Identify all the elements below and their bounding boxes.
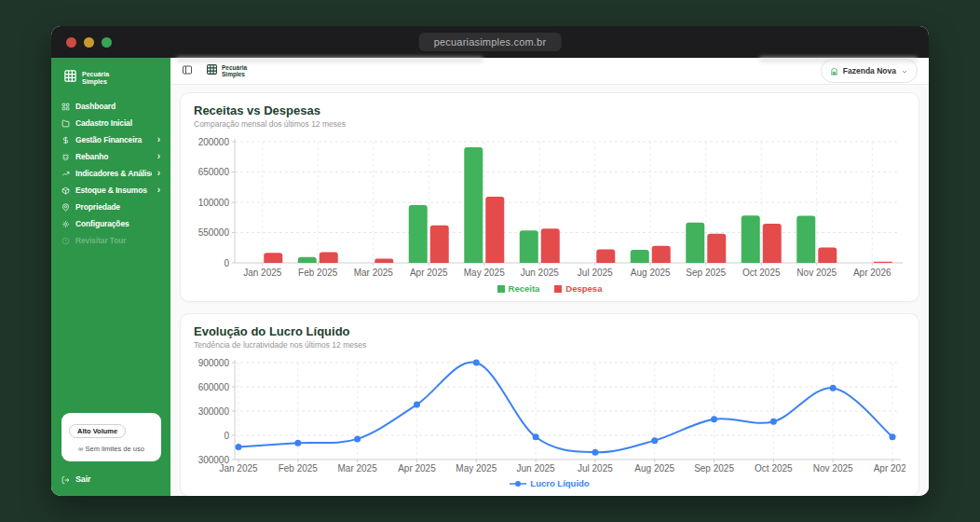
sidebar-item-label: Cadastro Inicial [75,118,161,128]
app-logo-icon [206,62,218,79]
farm-selector[interactable]: Fazenda Nova [821,59,918,83]
sidebar-item-label: Propriedade [75,202,161,212]
svg-text:300000: 300000 [198,406,230,417]
chart-legend: Lucro Líquido [194,476,905,490]
svg-text:May 2025: May 2025 [464,268,505,278]
package-icon [61,186,70,195]
chevron-down-icon [901,62,908,79]
sidebar-toggle-button[interactable] [182,62,193,79]
gear-icon [61,220,70,228]
sidebar-logo-text: Pecuária Simples [82,71,109,86]
svg-text:Sep 2025: Sep 2025 [686,268,726,278]
legend-swatch [497,285,505,293]
sidebar-item-label: Estoque & Insumos [75,185,152,195]
header-logo-text: Pecuária Simples [222,64,247,77]
chart-title: Evolução do Lucro Líquido [194,324,905,338]
svg-text:0: 0 [224,258,229,268]
sidebar-item-revisitar-tour[interactable]: Revisitar Tour [61,232,161,249]
chevron-right-icon: › [157,136,160,144]
browser-window: pecuariasimples.com.br Pecuária Simples … [51,26,929,496]
svg-text:650000: 650000 [198,167,230,177]
svg-text:Apr 2025: Apr 2025 [410,268,448,278]
svg-text:Oct 2025: Oct 2025 [755,463,793,474]
clock-icon [61,237,70,245]
svg-text:Nov 2025: Nov 2025 [813,463,853,474]
svg-text:May 2025: May 2025 [456,463,497,474]
legend-item: Despesa [554,283,602,294]
legend-item: Lucro Líquido [510,478,589,488]
sidebar-item-dashboard[interactable]: Dashboard [61,98,161,115]
legend-item: Receita [497,283,540,294]
sidebar-item-gestao-financeira[interactable]: Gestão Financeira › [61,131,161,148]
svg-text:Apr 2026: Apr 2026 [853,268,892,278]
svg-text:Oct 2025: Oct 2025 [742,268,781,278]
chevron-right-icon: › [157,153,160,160]
sidebar-logo: Pecuária Simples [63,69,161,87]
chevron-right-icon: › [157,170,160,177]
plan-limit-text: ∞ Sem limites de uso [69,445,154,453]
dashboard-content: Receitas vs Despesas Comparação mensal d… [170,85,929,496]
chart-legend: ReceitaDespesa [194,282,905,295]
sidebar-item-label: Gestão Financeira [75,135,152,144]
svg-text:Jun 2025: Jun 2025 [517,463,556,474]
traffic-lights [51,37,112,48]
sidebar-item-estoque-insumos[interactable]: Estoque & Insumos › [61,182,161,199]
sidebar-item-rebanho[interactable]: Rebanho › [61,148,161,165]
dashboard-icon [61,103,70,111]
minimize-button[interactable] [84,37,94,48]
svg-text:550000: 550000 [198,227,230,238]
sidebar-item-label: Revisitar Tour [75,236,161,245]
cow-icon [61,153,70,161]
folder-icon [61,119,70,128]
svg-text:Nov 2025: Nov 2025 [796,268,837,278]
close-button[interactable] [66,37,76,48]
sidebar-item-propriedade[interactable]: Propriedade [61,199,161,215]
revenue-expenses-card: Receitas vs Despesas Comparação mensal d… [180,92,919,302]
sidebar-item-cadastro-inicial[interactable]: Cadastro Inicial [61,115,161,131]
chart-subtitle: Tendência de lucratividade nos últimos 1… [194,340,905,350]
svg-text:Feb 2025: Feb 2025 [298,268,338,278]
dollar-icon [61,136,70,144]
svg-text:0: 0 [224,431,229,441]
browser-titlebar: pecuariasimples.com.br [51,26,929,58]
main-area: Pecuária Simples Fazenda Nova Receitas v… [170,58,929,496]
svg-text:Mar 2025: Mar 2025 [354,268,394,278]
app-root: Pecuária Simples Dashboard Cadastro Inic… [51,58,929,496]
svg-text:Aug 2025: Aug 2025 [631,268,671,278]
svg-text:100000: 100000 [198,198,230,208]
svg-text:Mar 2025: Mar 2025 [338,463,378,474]
svg-text:Apr 2025: Apr 2025 [398,463,436,474]
svg-text:600000: 600000 [198,382,230,392]
logout-button[interactable]: Sair [61,472,161,487]
plan-card: Alto Volume ∞ Sem limites de uso [61,413,161,461]
svg-text:Jun 2025: Jun 2025 [521,268,560,278]
revenue-expenses-bar-chart: Jan 2025Feb 2025Mar 2025Apr 2025May 2025… [194,134,905,282]
sidebar-item-configuracoes[interactable]: Configurações [61,215,161,232]
app-header: Pecuária Simples Fazenda Nova [170,58,929,85]
sidebar: Pecuária Simples Dashboard Cadastro Inic… [51,58,170,496]
profit-evolution-card: Evolução do Lucro Líquido Tendência de l… [180,313,919,496]
svg-text:Sep 2025: Sep 2025 [694,463,734,474]
profit-line-chart: Jan 2025Feb 2025Mar 2025Apr 2025May 2025… [194,355,905,476]
sidebar-item-label: Dashboard [75,102,161,111]
svg-text:Jan 2025: Jan 2025 [243,268,282,278]
trending-up-icon [61,170,70,178]
maximize-button[interactable] [102,37,112,48]
sidebar-nav: Dashboard Cadastro Inicial Gestão Financ… [61,98,161,249]
svg-text:Feb 2025: Feb 2025 [279,463,319,474]
sidebar-item-label: Rebanho [75,152,152,161]
legend-swatch [554,285,562,293]
svg-text:Jan 2025: Jan 2025 [219,463,258,474]
sidebar-item-indicadores-analises[interactable]: Indicadores & Análises › [61,165,161,182]
logout-label: Sair [75,474,90,484]
url-bar[interactable]: pecuariasimples.com.br [419,33,562,51]
svg-text:900000: 900000 [198,358,230,368]
sidebar-item-label: Indicadores & Análises [75,169,152,178]
line-marker-icon [510,480,526,488]
desktop-background: pecuariasimples.com.br Pecuária Simples … [0,0,980,522]
chart-subtitle: Comparação mensal dos últimos 12 meses [194,119,905,129]
map-pin-icon [61,203,70,212]
plan-badge: Alto Volume [69,424,126,438]
svg-text:Jul 2025: Jul 2025 [578,463,613,474]
chevron-right-icon: › [157,186,160,194]
